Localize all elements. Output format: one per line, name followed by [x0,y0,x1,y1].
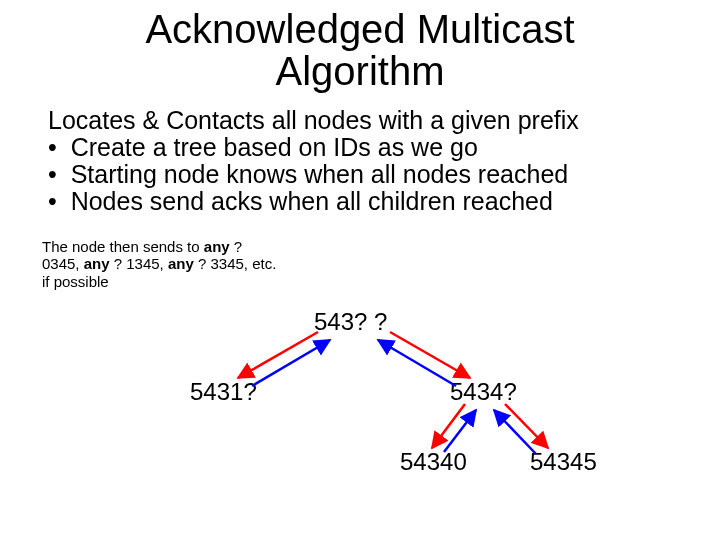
arrow-up-5431-to-root [252,340,330,386]
bullet-1: • Create a tree based on IDs as we go [48,134,568,161]
tree-node-root: 543? ? [314,310,387,334]
title-line-1: Acknowledged Multicast [145,7,574,51]
subtitle: Locates & Contacts all nodes with a give… [48,108,579,133]
tree-node-54340: 54340 [400,450,467,474]
note-bold-1: any [204,238,230,255]
bullet-2: • Starting node knows when all nodes rea… [48,161,568,188]
slide: Acknowledged Multicast Algorithm Locates… [0,0,720,540]
arrow-up-54340-to-5434 [444,410,476,452]
note-text-3: ? 1345, [110,255,168,272]
note-bold-2: any [84,255,110,272]
tree-node-5434: 5434? [450,380,517,404]
note-text-1: The node then sends to [42,238,204,255]
arrow-down-root-to-5431 [238,332,318,378]
arrow-down-5434-to-54340 [432,404,465,448]
bullet-list: • Create a tree based on IDs as we go • … [48,134,568,215]
tree-node-54345: 54345 [530,450,597,474]
tree-node-5431: 5431? [190,380,257,404]
bullet-2-text: Starting node knows when all nodes reach… [71,160,569,188]
arrow-down-root-to-5434 [390,332,470,378]
bullet-3-text: Nodes send acks when all children reache… [71,187,553,215]
slide-title: Acknowledged Multicast Algorithm [0,8,720,92]
note-bold-3: any [168,255,194,272]
bullet-1-text: Create a tree based on IDs as we go [71,133,478,161]
arrow-down-5434-to-54345 [505,404,548,448]
explainer-note: The node then sends to any ? 0345, any ?… [42,238,282,290]
bullet-3: • Nodes send acks when all children reac… [48,188,568,215]
arrow-up-5434-to-root [378,340,456,386]
title-line-2: Algorithm [276,49,445,93]
